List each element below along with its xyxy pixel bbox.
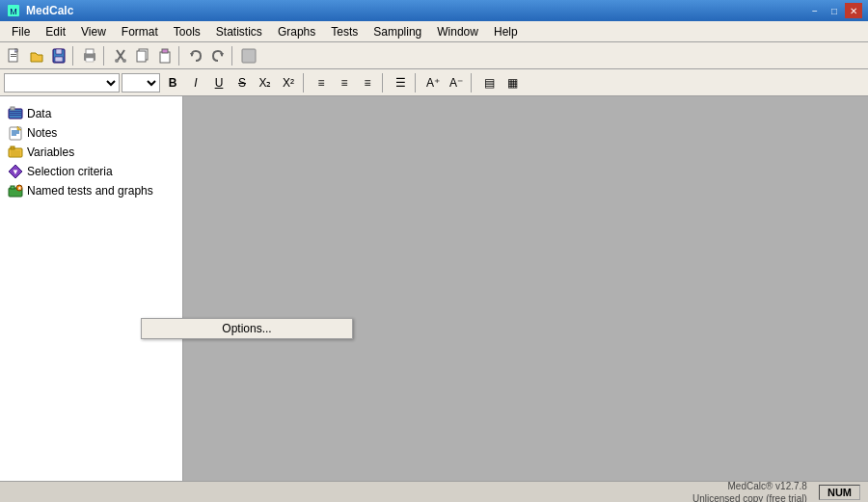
menu-item-edit[interactable]: Edit: [38, 21, 73, 41]
tree-item-named-tests-and-graphs[interactable]: ★Named tests and graphs: [4, 181, 178, 200]
main-toolbar: [0, 42, 868, 69]
app-icon: M: [6, 3, 21, 18]
font-size-select[interactable]: [122, 73, 160, 92]
underline-button[interactable]: U: [208, 72, 230, 93]
increase-font-button[interactable]: A⁺: [422, 72, 444, 93]
toolbar-separator: [231, 46, 235, 66]
svg-rect-24: [10, 111, 21, 112]
menu-item-graphs[interactable]: Graphs: [270, 21, 323, 41]
tree-item-data[interactable]: Data: [4, 104, 178, 123]
cut-button[interactable]: [110, 45, 131, 66]
svg-marker-19: [190, 53, 194, 57]
format-toolbar: BIUSX₂X²≡≡≡☰A⁺A⁻▤▦: [0, 69, 868, 96]
title-bar-title: MedCalc: [26, 4, 806, 17]
list-button[interactable]: ☰: [390, 72, 411, 93]
maximize-button[interactable]: □: [826, 3, 843, 18]
align-left-button[interactable]: ≡: [311, 72, 332, 93]
svg-point-14: [122, 59, 126, 63]
svg-point-13: [115, 59, 119, 63]
new-button[interactable]: [4, 45, 25, 66]
svg-rect-9: [86, 49, 94, 54]
svg-rect-40: [11, 186, 14, 189]
font-name-select[interactable]: [4, 73, 120, 92]
redo-button[interactable]: [207, 45, 229, 66]
menu-item-tests[interactable]: Tests: [323, 21, 366, 41]
svg-rect-26: [10, 115, 21, 116]
svg-rect-7: [55, 57, 63, 62]
menu-item-tools[interactable]: Tools: [166, 21, 208, 41]
title-bar: M MedCalc − □ ✕: [0, 0, 868, 21]
menu-item-view[interactable]: View: [73, 21, 114, 41]
format-separator: [303, 73, 307, 92]
save-button[interactable]: [48, 45, 69, 66]
format-separator: [471, 73, 475, 92]
options-button[interactable]: Options...: [141, 318, 353, 339]
svg-rect-18: [162, 49, 168, 53]
tree-item-notes[interactable]: Notes: [4, 123, 178, 143]
data-icon: [8, 106, 23, 121]
paste-button[interactable]: [154, 45, 176, 66]
svg-rect-16: [137, 51, 146, 62]
menu-item-statistics[interactable]: Statistics: [208, 21, 270, 41]
variables-icon: [8, 145, 23, 160]
menu-bar: FileEditViewFormatToolsStatisticsGraphsT…: [0, 21, 868, 42]
svg-rect-21: [242, 49, 256, 63]
tree-item-label: Data: [27, 107, 51, 120]
menu-item-window[interactable]: Window: [429, 21, 486, 41]
selection-icon: ▼: [8, 164, 23, 179]
tree-item-variables[interactable]: Variables: [4, 143, 178, 162]
svg-rect-10: [86, 58, 94, 62]
main-content: DataNotesVariables▼Selection criteria★Na…: [0, 96, 868, 481]
svg-text:▼: ▼: [12, 168, 19, 176]
svg-rect-3: [11, 54, 16, 55]
notes-icon: [8, 125, 23, 141]
extra1-button[interactable]: [238, 45, 259, 66]
named-icon: ★: [8, 183, 23, 198]
tree-item-label: Variables: [27, 145, 74, 159]
status-bar: MedCalc® v12.7.8 Unlicensed copy (free t…: [0, 481, 868, 502]
strikethrough-button[interactable]: S: [231, 72, 253, 93]
menu-item-sampling[interactable]: Sampling: [366, 21, 429, 41]
bold-button[interactable]: B: [162, 72, 183, 93]
svg-rect-4: [11, 56, 16, 57]
svg-rect-25: [10, 113, 21, 114]
menu-item-format[interactable]: Format: [114, 21, 166, 41]
tree-item-selection-criteria[interactable]: ▼Selection criteria: [4, 162, 178, 181]
minimize-button[interactable]: −: [806, 3, 824, 18]
copy-button[interactable]: [132, 45, 153, 66]
work-area: Options...: [183, 96, 868, 481]
left-panel: DataNotesVariables▼Selection criteria★Na…: [0, 96, 183, 481]
svg-text:M: M: [10, 7, 17, 16]
svg-rect-6: [56, 49, 62, 54]
version-info: MedCalc® v12.7.8 Unlicensed copy (free t…: [692, 480, 807, 503]
open-button[interactable]: [26, 45, 47, 66]
subscript-button[interactable]: X₂: [255, 72, 276, 93]
svg-marker-20: [220, 53, 224, 57]
svg-rect-33: [11, 146, 14, 149]
format-separator: [415, 73, 419, 92]
decrease-font-button[interactable]: A⁻: [446, 72, 467, 93]
shading-button[interactable]: ▦: [502, 72, 523, 93]
print-button[interactable]: [79, 45, 100, 66]
undo-button[interactable]: [185, 45, 206, 66]
tree-item-label: Notes: [27, 126, 57, 140]
format-separator: [382, 73, 386, 92]
border-button[interactable]: ▤: [478, 72, 500, 93]
toolbar-separator: [178, 46, 182, 66]
title-bar-controls: − □ ✕: [806, 3, 862, 18]
align-center-button[interactable]: ≡: [334, 72, 355, 93]
close-button[interactable]: ✕: [845, 3, 862, 18]
toolbar-separator: [103, 46, 107, 66]
superscript-button[interactable]: X²: [278, 72, 299, 93]
italic-button[interactable]: I: [185, 72, 206, 93]
menu-item-file[interactable]: File: [4, 21, 38, 41]
tree-item-label: Named tests and graphs: [27, 184, 153, 198]
menu-item-help[interactable]: Help: [486, 21, 526, 41]
toolbar-separator: [72, 46, 76, 66]
tree-item-label: Selection criteria: [27, 165, 113, 178]
align-right-button[interactable]: ≡: [357, 72, 378, 93]
svg-rect-23: [11, 107, 14, 110]
svg-rect-17: [160, 52, 170, 63]
num-indicator: NUM: [819, 485, 860, 500]
